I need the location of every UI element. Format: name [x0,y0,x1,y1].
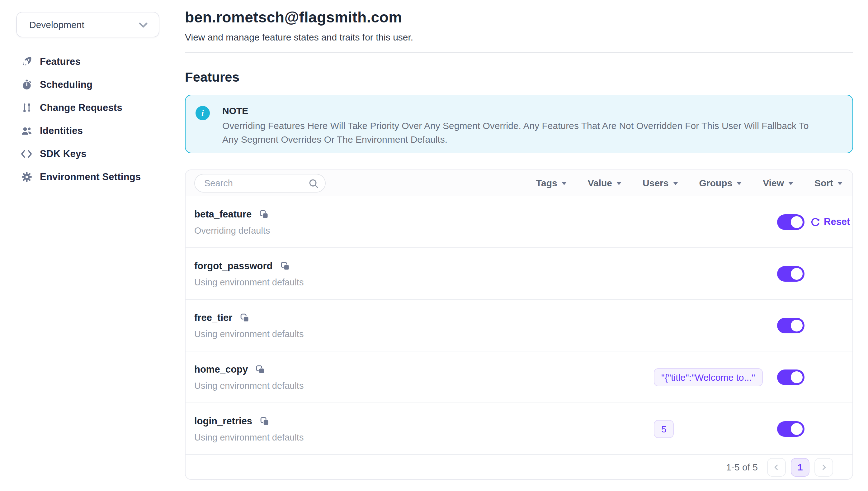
feature-name: forgot_password [194,260,272,271]
feature-status: Using environment defaults [194,432,304,442]
filter-groups[interactable]: Groups [699,178,742,188]
reset-column: Reset [805,216,852,227]
features-panel: Tags Value Users Groups View Sort beta_f… [185,170,853,480]
rocket-icon [21,55,32,67]
feature-toggle[interactable] [777,266,805,281]
pagination-summary: 1-5 of 5 [726,462,758,472]
copy-icon[interactable] [260,416,269,425]
sidebar-item-label: Environment Settings [40,171,141,182]
filter-tags[interactable]: Tags [536,178,567,188]
caret-down-icon [837,182,842,185]
feature-info: beta_feature Overriding defaults [194,208,270,235]
table-row[interactable]: beta_feature Overriding defaults Reset [186,196,852,248]
sidebar-item-features[interactable]: Features [0,50,174,73]
search-wrap [194,174,326,192]
feature-name: free_tier [194,312,232,323]
filter-value[interactable]: Value [588,178,621,188]
note-callout: i NOTE Overriding Features Here Will Tak… [185,95,853,153]
info-icon: i [195,106,210,120]
table-row[interactable]: home_copy Using environment defaults "{"… [186,351,852,403]
feature-name: home_copy [194,364,248,375]
chevron-left-icon [772,463,781,471]
refresh-icon [810,216,821,227]
sidebar-item-label: Identities [40,125,83,136]
search-icon [308,178,319,191]
feature-status: Using environment defaults [194,329,304,339]
copy-icon[interactable] [280,261,289,270]
reset-button[interactable]: Reset [810,216,850,227]
sidebar-item-label: Scheduling [40,79,92,90]
copy-icon[interactable] [256,365,265,374]
sidebar: Development Features Scheduling [0,0,174,491]
sidebar-item-label: SDK Keys [40,148,87,159]
feature-info: login_retries Using environment defaults [194,415,304,442]
filter-users[interactable]: Users [643,178,678,188]
identities-icon [21,125,32,137]
feature-name: beta_feature [194,208,252,220]
environment-selector[interactable]: Development [16,12,159,37]
sidebar-item-scheduling[interactable]: Scheduling [0,73,174,96]
divider [185,52,853,53]
filter-bar: Tags Value Users Groups View Sort [186,170,852,196]
pagination-next-button[interactable] [814,458,833,476]
sidebar-nav: Features Scheduling Change Requests Iden… [0,50,174,188]
gear-icon [21,171,32,182]
environment-selector-value: Development [29,19,84,30]
sidebar-item-environment-settings[interactable]: Environment Settings [0,165,174,188]
feature-toggle[interactable] [777,369,805,385]
filter-sort[interactable]: Sort [814,178,842,188]
app-window: Development Features Scheduling [0,0,868,491]
search-input[interactable] [194,174,326,192]
chevron-right-icon [819,463,828,471]
copy-icon[interactable] [240,313,249,322]
filter-view[interactable]: View [763,178,793,188]
feature-toggle[interactable] [777,317,805,333]
pagination: 1-5 of 5 1 [186,455,852,479]
row-right [654,266,852,281]
main-content: ben.rometsch@flagsmith.com View and mana… [174,0,868,491]
change-requests-icon [21,102,32,113]
row-right [654,317,852,333]
feature-info: free_tier Using environment defaults [194,312,304,339]
value-column: 5 [654,420,777,438]
features-section-title: Features [185,70,853,85]
sidebar-item-change-requests[interactable]: Change Requests [0,96,174,119]
caret-down-icon [737,182,742,185]
feature-toggle[interactable] [777,421,805,436]
feature-status: Using environment defaults [194,380,304,391]
pagination-prev-button[interactable] [767,458,786,476]
feature-value-chip[interactable]: 5 [654,420,674,438]
code-icon [21,148,32,160]
feature-status: Using environment defaults [194,277,304,287]
sidebar-item-label: Change Requests [40,102,122,113]
chevron-down-icon [139,19,148,30]
feature-value-chip[interactable]: "{"title":"Welcome to..." [654,368,763,386]
value-column: "{"title":"Welcome to..." [654,368,777,386]
caret-down-icon [788,182,793,185]
caret-down-icon [562,182,567,185]
feature-toggle[interactable] [777,214,805,230]
stopwatch-icon [21,79,32,90]
row-right: 5 [654,420,852,438]
feature-name: login_retries [194,415,252,427]
sidebar-item-sdk-keys[interactable]: SDK Keys [0,142,174,165]
table-row[interactable]: forgot_password Using environment defaul… [186,248,852,300]
feature-status: Overriding defaults [194,225,270,235]
sidebar-item-identities[interactable]: Identities [0,119,174,142]
page-title: ben.rometsch@flagsmith.com [185,9,853,26]
note-content: NOTE Overriding Features Here Will Take … [222,105,815,153]
copy-icon[interactable] [260,210,268,219]
page-subtitle: View and manage feature states and trait… [185,32,853,42]
table-row[interactable]: login_retries Using environment defaults… [186,403,852,455]
filters: Tags Value Users Groups View Sort [536,178,842,188]
sidebar-item-label: Features [40,56,81,67]
pagination-page-1-button[interactable]: 1 [791,458,809,476]
note-title: NOTE [222,105,815,116]
feature-info: home_copy Using environment defaults [194,364,304,391]
table-row[interactable]: free_tier Using environment defaults [186,300,852,351]
row-right: "{"title":"Welcome to..." [654,368,852,386]
row-right: Reset [654,214,852,230]
caret-down-icon [616,182,621,185]
caret-down-icon [673,182,678,185]
feature-info: forgot_password Using environment defaul… [194,260,304,287]
